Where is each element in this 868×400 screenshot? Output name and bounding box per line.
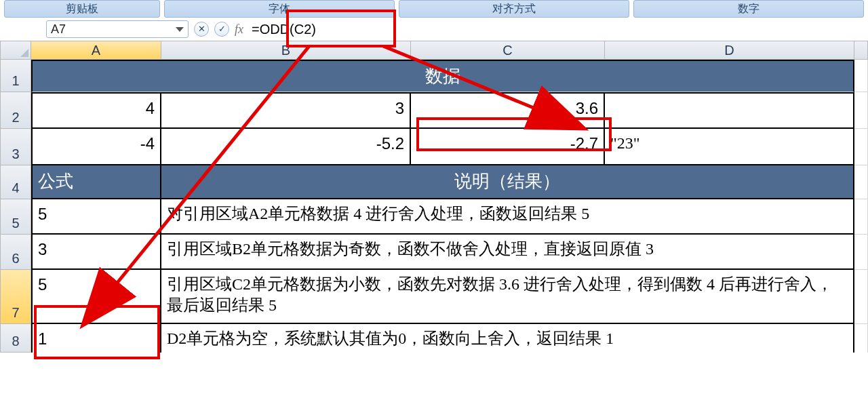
- enter-formula-button[interactable]: ✓: [214, 22, 229, 37]
- cell-a2[interactable]: 4: [31, 92, 161, 129]
- name-box-dropdown-icon[interactable]: [176, 27, 184, 32]
- col-header-a[interactable]: A: [31, 41, 161, 60]
- row-header-5[interactable]: 5: [0, 199, 31, 235]
- cell-b5-merged[interactable]: 对引用区域A2单元格数据 4 进行舍入处理，函数返回结果 5: [161, 199, 854, 235]
- cell-a4[interactable]: 公式: [31, 165, 161, 199]
- cell-a6[interactable]: 3: [31, 235, 161, 270]
- row-header-8[interactable]: 8: [0, 324, 31, 353]
- cell-b2[interactable]: 3: [161, 92, 411, 129]
- name-box[interactable]: A7: [46, 20, 189, 38]
- name-box-value: A7: [51, 22, 66, 37]
- row-header-2[interactable]: 2: [0, 92, 31, 129]
- cell-e7[interactable]: [854, 270, 868, 324]
- ribbon-group-clipboard[interactable]: 剪贴板: [4, 0, 160, 18]
- cell-b6-merged[interactable]: 引用区域B2单元格数据为奇数，函数不做舍入处理，直接返回原值 3: [161, 235, 854, 270]
- ribbon-group-number[interactable]: 数字: [633, 0, 864, 18]
- formula-input[interactable]: [249, 20, 864, 38]
- cell-b7-merged[interactable]: 引用区域C2单元格数据为小数，函数先对数据 3.6 进行舍入处理，得到偶数 4 …: [161, 270, 854, 324]
- ribbon-group-alignment[interactable]: 对齐方式: [399, 0, 629, 18]
- cell-e8[interactable]: [854, 324, 868, 353]
- cell-a3[interactable]: -4: [31, 129, 161, 165]
- fx-icon[interactable]: fx: [235, 22, 243, 37]
- cell-b8-merged[interactable]: D2单元格为空，系统默认其值为0，函数向上舍入，返回结果 1: [161, 324, 854, 353]
- ribbon-groups: 剪贴板 字体 对齐方式 数字: [0, 0, 868, 18]
- row-header-1[interactable]: 1: [0, 60, 31, 92]
- cell-e6[interactable]: [854, 235, 868, 270]
- cell-d3[interactable]: "23": [605, 129, 854, 165]
- col-header-d[interactable]: D: [605, 41, 854, 60]
- cell-e3[interactable]: [854, 129, 868, 165]
- cell-a8[interactable]: 1: [31, 324, 161, 353]
- col-header-b[interactable]: B: [161, 41, 411, 60]
- cell-c3[interactable]: -2.7: [411, 129, 605, 165]
- formula-bar-row: A7 ✕ ✓ fx: [0, 18, 868, 41]
- row-header-4[interactable]: 4: [0, 165, 31, 199]
- cell-a7[interactable]: 5: [31, 270, 161, 324]
- cell-e2[interactable]: [854, 92, 868, 129]
- row-header-3[interactable]: 3: [0, 129, 31, 165]
- cell-e1[interactable]: [854, 60, 868, 92]
- cell-a1-merged[interactable]: 数据: [31, 60, 854, 92]
- col-header-extra[interactable]: [854, 41, 868, 60]
- column-header-row: A B C D: [0, 41, 868, 60]
- cell-d2[interactable]: [605, 92, 854, 129]
- row-header-7[interactable]: 7: [0, 270, 31, 324]
- ribbon-group-font[interactable]: 字体: [164, 0, 395, 18]
- cell-a5[interactable]: 5: [31, 199, 161, 235]
- cell-e4[interactable]: [854, 165, 868, 199]
- grid: A B C D 1 数据 2 4 3 3.6 3 -4 -5.2 -2.7 "2…: [0, 41, 868, 353]
- cell-b4-merged[interactable]: 说明（结果）: [161, 165, 854, 199]
- select-all-corner[interactable]: [0, 41, 31, 60]
- row-header-6[interactable]: 6: [0, 235, 31, 270]
- cell-b3[interactable]: -5.2: [161, 129, 411, 165]
- cell-e5[interactable]: [854, 199, 868, 235]
- cancel-formula-button[interactable]: ✕: [194, 22, 209, 37]
- cell-c2[interactable]: 3.6: [411, 92, 605, 129]
- col-header-c[interactable]: C: [411, 41, 605, 60]
